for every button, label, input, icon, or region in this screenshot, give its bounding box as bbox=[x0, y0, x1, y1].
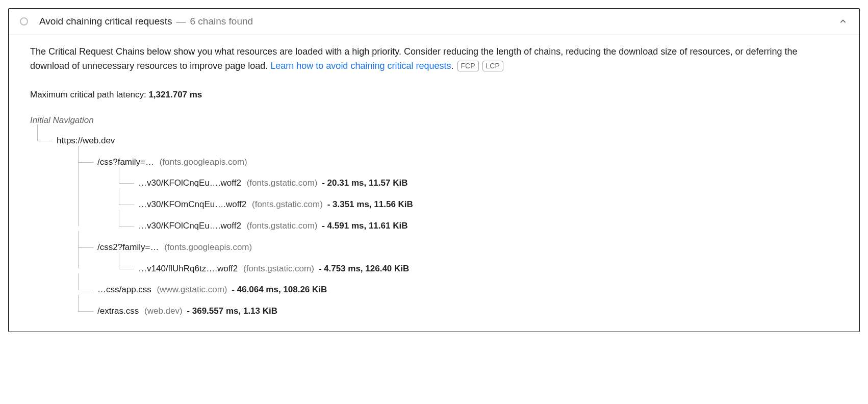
chevron-up-icon[interactable] bbox=[838, 16, 848, 27]
node-stats: - 4.753 ms, 126.40 KiB bbox=[319, 264, 410, 273]
request-chain-tree: https://web.dev /css?family=… (fonts.goo… bbox=[30, 135, 838, 317]
tree-node: /extras.css (web.dev) - 369.557 ms, 1.13… bbox=[78, 305, 838, 317]
node-host: (fonts.gstatic.com) bbox=[247, 221, 318, 231]
node-url: /css?family=… bbox=[97, 157, 154, 167]
tree-node: …v30/KFOlCnqEu….woff2 (fonts.gstatic.com… bbox=[119, 220, 838, 232]
node-url: https://web.dev bbox=[57, 136, 115, 145]
node-url: /css2?family=… bbox=[97, 242, 159, 252]
node-url: …v30/KFOmCnqEu….woff2 bbox=[138, 199, 246, 209]
node-host: (fonts.googleapis.com) bbox=[160, 157, 247, 167]
audit-body: The Critical Request Chains below show y… bbox=[9, 35, 859, 332]
node-host: (fonts.gstatic.com) bbox=[247, 178, 318, 188]
status-neutral-icon bbox=[20, 17, 28, 26]
node-host: (fonts.gstatic.com) bbox=[243, 264, 314, 273]
description-period: . bbox=[451, 61, 453, 71]
dash-separator: — bbox=[176, 16, 186, 27]
tree-node: …css/app.css (www.gstatic.com) - 46.064 … bbox=[78, 284, 838, 296]
learn-more-link[interactable]: Learn how to avoid chaining critical req… bbox=[270, 61, 451, 71]
max-latency: Maximum critical path latency: 1,321.707… bbox=[30, 90, 838, 100]
tree-root-label: Initial Navigation bbox=[30, 115, 838, 125]
lcp-badge: LCP bbox=[482, 61, 503, 71]
node-host: (fonts.gstatic.com) bbox=[252, 199, 323, 209]
audit-card: Avoid chaining critical requests — 6 cha… bbox=[8, 8, 860, 332]
tree-node: …v30/KFOlCnqEu….woff2 (fonts.gstatic.com… bbox=[119, 177, 838, 189]
audit-header[interactable]: Avoid chaining critical requests — 6 cha… bbox=[9, 9, 859, 35]
node-stats: - 20.31 ms, 11.57 KiB bbox=[322, 178, 407, 188]
max-latency-label: Maximum critical path latency: bbox=[30, 90, 148, 99]
node-url: …css/app.css bbox=[97, 285, 151, 294]
node-stats: - 369.557 ms, 1.13 KiB bbox=[187, 306, 277, 316]
audit-description: The Critical Request Chains below show y… bbox=[30, 45, 838, 73]
node-stats: - 4.591 ms, 11.61 KiB bbox=[322, 221, 407, 231]
node-url: …v30/KFOlCnqEu….woff2 bbox=[138, 178, 241, 188]
node-host: (web.dev) bbox=[144, 306, 183, 316]
audit-chain-count: 6 chains found bbox=[190, 16, 253, 27]
node-stats: - 3.351 ms, 11.56 KiB bbox=[327, 199, 413, 209]
tree-node: /css?family=… (fonts.googleapis.com) …v3… bbox=[78, 156, 838, 232]
max-latency-value: 1,321.707 ms bbox=[148, 90, 202, 99]
node-url: /extras.css bbox=[97, 306, 139, 316]
tree-node: https://web.dev /css?family=… (fonts.goo… bbox=[37, 135, 838, 317]
fcp-badge: FCP bbox=[457, 61, 479, 71]
tree-node: …v30/KFOmCnqEu….woff2 (fonts.gstatic.com… bbox=[119, 198, 838, 211]
node-url: …v30/KFOlCnqEu….woff2 bbox=[138, 221, 241, 231]
node-stats: - 46.064 ms, 108.26 KiB bbox=[232, 285, 327, 294]
node-host: (www.gstatic.com) bbox=[157, 285, 227, 294]
audit-title: Avoid chaining critical requests bbox=[39, 16, 172, 27]
node-url: …v140/flUhRq6tz….woff2 bbox=[138, 264, 238, 273]
tree-node: /css2?family=… (fonts.googleapis.com) …v… bbox=[78, 241, 838, 275]
node-host: (fonts.googleapis.com) bbox=[164, 242, 252, 252]
tree-node: …v140/flUhRq6tz….woff2 (fonts.gstatic.co… bbox=[119, 263, 838, 275]
